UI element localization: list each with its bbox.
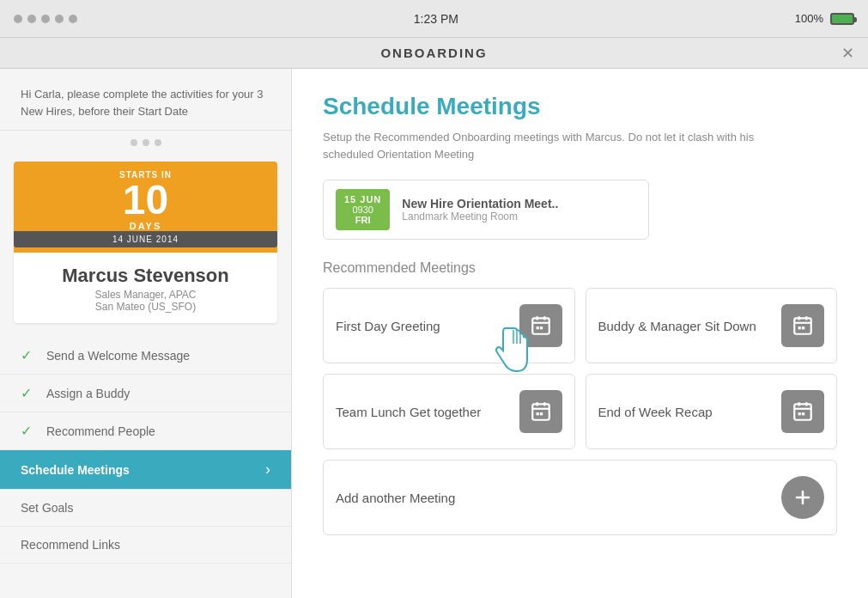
meeting-icon-eow-recap[interactable]: [781, 390, 824, 433]
app-title: ONBOARDING: [380, 46, 487, 60]
meeting-label-eow-recap: End of Week Recap: [598, 405, 713, 419]
meeting-label-team-lunch: Team Lunch Get together: [336, 405, 481, 419]
task-label-schedule: Schedule Meetings: [21, 463, 257, 477]
countdown-days-label: DAYS: [14, 221, 277, 231]
orientation-title: New Hire Orientation Meet..: [402, 197, 558, 211]
sidebar: Hi Carla, please complete the activities…: [0, 69, 292, 598]
hire-name: Marcus Stevenson: [62, 265, 228, 287]
check-icon-recommend: ✓: [21, 423, 38, 439]
orientation-card: 15 JUN 0930 FRI New Hire Orientation Mee…: [323, 180, 649, 240]
check-icon-welcome: ✓: [21, 347, 38, 363]
task-list: ✓ Send a Welcome Message ✓ Assign a Budd…: [0, 337, 291, 598]
page-description: Setup the Recommended Onboarding meeting…: [323, 129, 804, 162]
meeting-card-eow-recap[interactable]: End of Week Recap: [586, 374, 838, 449]
page-dot-2: [143, 139, 149, 146]
sidebar-pagination: [0, 131, 291, 155]
svg-rect-18: [794, 404, 811, 419]
meeting-icon-buddy-manager[interactable]: [781, 304, 824, 347]
sidebar-greeting: Hi Carla, please complete the activities…: [0, 69, 291, 131]
svg-rect-11: [802, 326, 804, 329]
task-label-recommend: Recommend People: [46, 424, 270, 438]
meeting-label-add: Add another Meeting: [336, 491, 455, 505]
main-layout: Hi Carla, please complete the activities…: [0, 69, 868, 598]
countdown-number: 10: [14, 180, 277, 221]
svg-rect-10: [798, 326, 801, 329]
dot-4: [55, 15, 64, 23]
svg-rect-23: [802, 412, 804, 415]
countdown-date: 14 JUNE 2014: [14, 231, 277, 247]
svg-rect-6: [794, 318, 811, 333]
dot-2: [27, 15, 36, 23]
status-bar: 1:23 PM 100%: [0, 0, 868, 38]
meeting-card-team-lunch[interactable]: Team Lunch Get together: [323, 374, 575, 449]
countdown-badge: STARTS IN 10 DAYS 14 JUNE 2014: [14, 162, 277, 253]
meeting-icon-team-lunch[interactable]: [519, 390, 562, 433]
task-label-buddy: Assign a Buddy: [46, 387, 270, 400]
dot-5: [69, 15, 77, 23]
svg-rect-22: [798, 412, 801, 415]
task-item-schedule[interactable]: Schedule Meetings ›: [0, 450, 291, 490]
task-item-buddy[interactable]: ✓ Assign a Buddy: [0, 375, 291, 412]
hire-location: San Mateo (US_SFO): [95, 301, 196, 313]
section-title: Recommended Meetings: [323, 260, 837, 276]
orientation-info: New Hire Orientation Meet.. Landmark Mee…: [402, 197, 558, 223]
hire-title: Sales Manager, APAC: [95, 289, 197, 301]
battery-icon: [830, 13, 854, 25]
dot-3: [41, 15, 50, 23]
svg-rect-16: [536, 412, 538, 415]
orientation-time: 0930: [344, 204, 381, 215]
page-title: Schedule Meetings: [323, 93, 837, 120]
orientation-month-day: 15 JUN: [344, 194, 381, 204]
meeting-icon-first-day[interactable]: [519, 304, 562, 347]
status-dots: [14, 15, 77, 23]
close-button[interactable]: ✕: [841, 46, 854, 61]
svg-rect-17: [539, 412, 542, 415]
dot-1: [14, 15, 22, 23]
status-right: 100%: [795, 12, 854, 25]
main-content: Schedule Meetings Setup the Recommended …: [292, 69, 868, 598]
task-arrow-icon: ›: [265, 461, 270, 479]
add-meeting-button[interactable]: [781, 476, 824, 519]
svg-rect-0: [532, 318, 549, 333]
task-item-recommend[interactable]: ✓ Recommend People: [0, 412, 291, 450]
page-dot-1: [131, 139, 137, 146]
sidebar-item-goals[interactable]: Set Goals: [0, 490, 291, 527]
meeting-label-first-day: First Day Greeting: [336, 319, 440, 333]
sidebar-item-links[interactable]: Recommend Links: [0, 527, 291, 564]
meeting-card-first-day[interactable]: First Day Greeting: [323, 288, 575, 363]
svg-rect-12: [532, 404, 549, 419]
orientation-room: Landmark Meeting Room: [402, 211, 558, 223]
orientation-date-badge: 15 JUN 0930 FRI: [336, 189, 390, 230]
task-item-welcome[interactable]: ✓ Send a Welcome Message: [0, 337, 291, 375]
meeting-label-buddy-manager: Buddy & Manager Sit Down: [598, 319, 756, 333]
app-header: ONBOARDING ✕: [0, 38, 868, 69]
svg-rect-5: [539, 326, 542, 329]
battery-percent: 100%: [795, 12, 823, 25]
countdown-card: STARTS IN 10 DAYS 14 JUNE 2014 Marcus St…: [14, 162, 277, 323]
status-time: 1:23 PM: [414, 12, 458, 26]
check-icon-buddy: ✓: [21, 385, 38, 401]
page-dot-3: [155, 139, 161, 146]
meeting-grid: First Day Greeting Buddy & Manager Sit D…: [323, 288, 837, 535]
orientation-weekday: FRI: [344, 215, 381, 225]
task-label-welcome: Send a Welcome Message: [46, 349, 270, 363]
svg-rect-4: [536, 326, 538, 329]
meeting-card-buddy-manager[interactable]: Buddy & Manager Sit Down: [586, 288, 838, 363]
meeting-card-add[interactable]: Add another Meeting: [323, 460, 837, 535]
